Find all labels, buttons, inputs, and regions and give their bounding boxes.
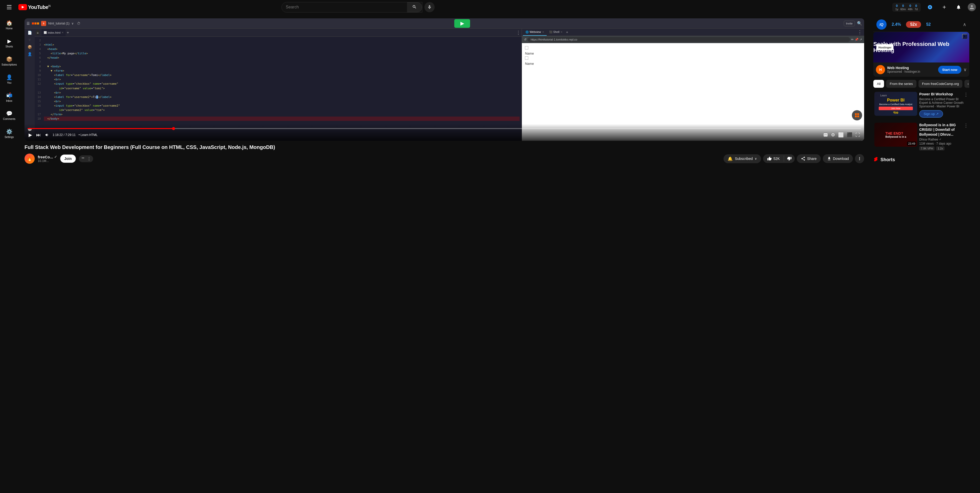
code-line-16: <input type="checkbox" name="username2" bbox=[44, 103, 520, 108]
filter-more-button[interactable]: › bbox=[964, 80, 969, 88]
filter-tabs: All From the series From freeCodeCamp.or… bbox=[873, 80, 969, 88]
thumbs-down-icon bbox=[787, 156, 792, 161]
checkbox-2[interactable] bbox=[525, 56, 528, 60]
panel-more-button[interactable]: ⋮ bbox=[856, 29, 863, 35]
checkbox-1[interactable] bbox=[525, 46, 528, 49]
code-line-17: </form> bbox=[44, 112, 520, 117]
search-input[interactable] bbox=[282, 3, 407, 11]
ad-info-button[interactable]: ℹ bbox=[962, 34, 967, 39]
sidebar-item-you[interactable]: 👤 You bbox=[1, 71, 18, 88]
browser-copy-button[interactable]: 📌 bbox=[855, 38, 859, 41]
replit-dropdown-button[interactable]: ∨ bbox=[72, 22, 74, 25]
volume-button[interactable] bbox=[44, 132, 51, 138]
webview-tab[interactable]: 🌐 Webview ✕ bbox=[523, 29, 546, 36]
controls-right: ⚙ ⬜ ⬛ ⛶ bbox=[822, 131, 861, 139]
sidebar-item-home[interactable]: 🏠 Home bbox=[1, 16, 18, 33]
youtube-logo[interactable]: YouTubeIN bbox=[18, 4, 51, 10]
more-notification-button[interactable]: ⋮ bbox=[87, 156, 91, 161]
editor-packages-button[interactable]: 📦 bbox=[27, 45, 32, 49]
theater-button[interactable]: ⬛ bbox=[846, 131, 853, 139]
sidebar-item-subscriptions[interactable]: 📦 Subscriptions bbox=[1, 52, 18, 70]
iq-stat-percent: 2.4% bbox=[889, 21, 904, 28]
subscribe-button[interactable]: 🔔 Subscribed ∨ bbox=[724, 154, 761, 163]
add-file-tab-button[interactable]: + bbox=[67, 30, 69, 35]
editor-source-button[interactable]: ⑂ bbox=[29, 38, 30, 42]
more-actions-button[interactable] bbox=[855, 154, 864, 163]
channel-avatar[interactable]: 🔥 bbox=[24, 154, 35, 164]
browser-open-button[interactable]: ↗ bbox=[859, 38, 862, 41]
replit-invite-button[interactable]: Invite bbox=[844, 21, 855, 26]
iq-multiplier-value: 52x bbox=[910, 22, 917, 27]
filter-freecodecamp-button[interactable]: From freeCodeCamp.org bbox=[918, 80, 963, 88]
bollywood-more-button[interactable]: ⋮ bbox=[964, 123, 968, 128]
replit-search-button[interactable]: 🔍 bbox=[857, 21, 862, 26]
progress-bar[interactable] bbox=[27, 128, 861, 129]
webview-tab-close[interactable]: ✕ bbox=[542, 31, 544, 33]
code-line-5: <title>My page</title> bbox=[44, 51, 520, 55]
logo-text-label: YouTube bbox=[28, 4, 48, 10]
sidebar-item-settings[interactable]: ⚙️ Settings bbox=[1, 125, 18, 142]
file-tab-menu-button[interactable]: ⋮ bbox=[516, 30, 520, 35]
youtube-studio-button[interactable] bbox=[925, 2, 935, 12]
rec-power-bi-card[interactable]: Learn Power BI Become a Certified Data A… bbox=[873, 91, 969, 119]
file-tab-close[interactable]: ✕ bbox=[62, 31, 64, 34]
shell-tab-close[interactable]: ✕ bbox=[560, 31, 563, 33]
filter-all-button[interactable]: All bbox=[873, 80, 884, 88]
miniplayer-button[interactable]: ⬜ bbox=[837, 131, 845, 139]
download-button[interactable]: Download bbox=[823, 154, 853, 163]
create-button[interactable] bbox=[939, 2, 950, 12]
notification-area: ⋮ bbox=[79, 155, 93, 162]
start-now-button[interactable]: Start now bbox=[938, 66, 961, 74]
editor-users-button[interactable]: 👤 bbox=[27, 52, 32, 56]
browser-url-text: https://htmltutorial-1.tomitokko.repl.co bbox=[531, 38, 847, 41]
mic-button[interactable] bbox=[425, 2, 434, 12]
replit-run-button[interactable]: ▶ bbox=[454, 19, 470, 28]
globe-icon: 🌐 bbox=[525, 31, 528, 33]
notifications-button[interactable] bbox=[953, 2, 964, 12]
sidebar-item-shorts[interactable]: ▶ Shorts bbox=[1, 35, 18, 52]
subtitles-button[interactable] bbox=[822, 132, 829, 138]
form-label-1: Name bbox=[525, 52, 861, 55]
share-label: Share bbox=[807, 157, 816, 161]
user-avatar[interactable] bbox=[968, 3, 976, 11]
replit-menu-button[interactable]: ☰ bbox=[27, 21, 30, 25]
time-display: 1:18:22 / 7:29:11 bbox=[52, 133, 76, 137]
skip-next-button[interactable]: ⏭ bbox=[35, 132, 42, 139]
browser-url-bar[interactable]: https://htmltutorial-1.tomitokko.repl.co bbox=[528, 37, 850, 42]
rec-bollywood-card[interactable]: THE END? Bollywood is in a 23:49 Bollywo… bbox=[873, 122, 969, 152]
iq-collapse-button[interactable]: ∧ bbox=[963, 22, 966, 27]
power-bi-more-button[interactable]: ⋮ bbox=[964, 92, 968, 97]
editor-files-button[interactable]: 📄 bbox=[27, 31, 32, 35]
yt-stats-bar: 0 1y 0 60m 0 48h 0 7d bbox=[892, 3, 921, 12]
ad-sponsor-label: Sponsored · hostinger.in bbox=[887, 70, 936, 73]
stat-1y: 0 1y bbox=[895, 4, 898, 11]
sidebar-item-inbox[interactable]: 📬 Inbox bbox=[1, 89, 18, 106]
video-player[interactable]: ☰ 5 html_tutorial (1) ∨ ⏱ bbox=[24, 18, 864, 141]
shell-tab[interactable]: ⬛ Shell ✕ bbox=[547, 29, 565, 36]
sidebar-item-comments[interactable]: 💬 Comments bbox=[1, 107, 18, 124]
volume-icon bbox=[45, 133, 49, 137]
replit-history-button[interactable]: ⏱ bbox=[77, 21, 80, 25]
fullscreen-button[interactable]: ⛶ bbox=[854, 132, 861, 139]
like-button[interactable]: 52K bbox=[763, 154, 784, 163]
notification-type-button[interactable] bbox=[81, 157, 85, 161]
add-panel-tab-button[interactable]: + bbox=[565, 30, 569, 34]
avatar-icon bbox=[969, 4, 975, 10]
browser-edit-button[interactable]: ✏ bbox=[851, 38, 854, 41]
filter-series-button[interactable]: From the series bbox=[886, 80, 916, 88]
search-button[interactable] bbox=[407, 2, 422, 12]
settings-button[interactable]: ⚙ bbox=[830, 131, 836, 139]
index-html-tab[interactable]: ⬜ index.html ✕ bbox=[41, 29, 65, 36]
play-pause-button[interactable]: ▶ bbox=[27, 131, 33, 139]
ad-chevron-button[interactable]: ∨ bbox=[963, 67, 967, 73]
file-explorer-toggle[interactable]: ≡ bbox=[36, 30, 40, 35]
hamburger-menu-button[interactable] bbox=[4, 2, 14, 12]
share-icon bbox=[801, 156, 805, 161]
dislike-button[interactable] bbox=[784, 154, 795, 163]
bell-sub-icon: 🔔 bbox=[728, 156, 733, 161]
share-button[interactable]: Share bbox=[797, 154, 821, 163]
sign-up-button[interactable]: Sign up ↗ bbox=[919, 110, 943, 117]
join-button[interactable]: Join bbox=[60, 155, 76, 163]
ad-image: Scale with Professional Web Hosting Host… bbox=[873, 32, 969, 62]
browser-back-button[interactable]: ↺ bbox=[524, 38, 527, 41]
